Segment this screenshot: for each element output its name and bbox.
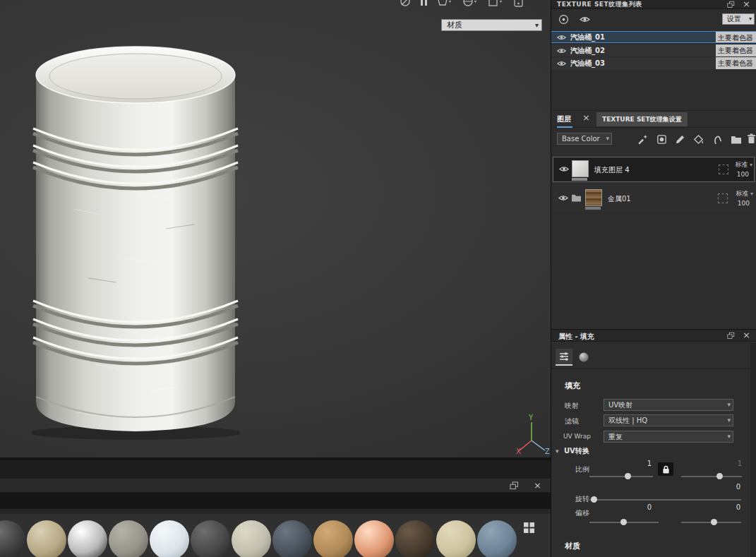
- visibility-eye-icon[interactable]: [559, 165, 569, 173]
- material-sphere[interactable]: [150, 520, 189, 557]
- shading-mode-icon[interactable]: [488, 0, 503, 7]
- texture-set-row[interactable]: 汽油桶_01 主要着色器: [551, 31, 756, 43]
- texture-set-list-header: TEXTURE SET纹理集列表: [551, 0, 756, 9]
- uv-wrap-dropdown[interactable]: 重复: [604, 431, 733, 443]
- add-fill-layer-icon[interactable]: [693, 134, 704, 145]
- material-sphere[interactable]: [436, 520, 476, 557]
- slider-handle[interactable]: [620, 519, 627, 525]
- texture-set-settings-button[interactable]: 设置 ▾: [722, 13, 755, 25]
- offset-y-slider[interactable]: [681, 522, 741, 523]
- solo-view-icon[interactable]: [558, 14, 569, 25]
- texture-set-row[interactable]: 汽油桶_03 主要着色器: [551, 57, 756, 69]
- add-decal-icon[interactable]: [656, 134, 667, 145]
- rotation-slider[interactable]: [589, 499, 741, 501]
- scale-y-value[interactable]: 1: [731, 460, 742, 467]
- material-mode-button[interactable]: [575, 349, 592, 366]
- delete-layer-icon[interactable]: [747, 133, 756, 144]
- oil-drum-model[interactable]: [32, 45, 240, 443]
- axis-y-label: Y: [528, 414, 534, 421]
- viewport-shading-dropdown[interactable]: 材质: [441, 19, 542, 31]
- uv-wrap-label: UV Wrap: [563, 433, 591, 440]
- undock-icon[interactable]: [727, 332, 735, 340]
- opacity-value[interactable]: 100: [737, 171, 749, 178]
- material-sphere[interactable]: [68, 520, 107, 557]
- offset-x-slider[interactable]: [589, 522, 659, 523]
- material-sphere[interactable]: [477, 520, 517, 557]
- pause-icon[interactable]: [421, 0, 427, 6]
- scale-label: 比例: [575, 465, 589, 474]
- offset-x-value[interactable]: 0: [640, 503, 652, 511]
- close-icon[interactable]: [743, 330, 750, 340]
- layer-name[interactable]: 金属01: [608, 194, 631, 204]
- slider-handle[interactable]: [625, 473, 631, 479]
- tab-close-icon[interactable]: [582, 113, 590, 123]
- axis-gizmo[interactable]: Y X Z: [516, 414, 550, 457]
- uv-transform-header[interactable]: UV转换: [564, 446, 589, 456]
- material-sphere[interactable]: [191, 520, 230, 557]
- shader-chip[interactable]: 主要着色器: [716, 57, 756, 69]
- close-icon[interactable]: [534, 481, 541, 491]
- undock-icon[interactable]: [727, 1, 735, 8]
- mapping-dropdown[interactable]: UV映射: [604, 399, 733, 411]
- layer-row[interactable]: 金属01 标准 100: [553, 186, 755, 212]
- scale-x-value[interactable]: 1: [640, 460, 652, 467]
- layer-thumbnail[interactable]: [572, 160, 589, 177]
- viewport-3d[interactable]: 材质: [0, 0, 551, 457]
- add-folder-icon[interactable]: [731, 135, 742, 144]
- scale-lock-button[interactable]: [658, 462, 673, 476]
- material-sphere[interactable]: [232, 520, 271, 557]
- material-sphere[interactable]: [0, 520, 25, 557]
- folder-icon[interactable]: [571, 193, 582, 202]
- tab-texture-set-settings[interactable]: TEXTURE SET纹理集设置: [596, 112, 688, 126]
- add-effect-icon[interactable]: [637, 134, 648, 145]
- undock-icon[interactable]: [510, 481, 519, 490]
- shader-chip[interactable]: 主要着色器: [716, 32, 756, 42]
- scale-y-slider[interactable]: [681, 476, 742, 477]
- layer-row[interactable]: 填充图层 4 标准 100: [553, 157, 755, 182]
- layer-name[interactable]: 填充图层 4: [594, 165, 630, 175]
- visibility-eye-icon[interactable]: [580, 16, 590, 23]
- add-paint-layer-icon[interactable]: [675, 134, 685, 145]
- collapse-chevron-icon[interactable]: [556, 446, 559, 455]
- shader-chip[interactable]: 主要着色器: [716, 44, 756, 56]
- shelf-filter-bar[interactable]: [0, 493, 551, 509]
- mesh-display-mode-icon[interactable]: [462, 0, 478, 7]
- texture-set-row[interactable]: 汽油桶_02 主要着色器: [551, 44, 756, 56]
- shelf-grid-view-icon[interactable]: [523, 522, 535, 534]
- mask-slot[interactable]: [719, 164, 728, 174]
- material-sphere[interactable]: [313, 520, 353, 557]
- material-sphere[interactable]: [109, 520, 148, 557]
- material-sphere[interactable]: [272, 520, 312, 557]
- material-sphere[interactable]: [395, 520, 435, 557]
- slider-handle[interactable]: [716, 473, 723, 479]
- polygon-fill-mode-icon[interactable]: [437, 0, 452, 7]
- mask-slot[interactable]: [718, 193, 728, 203]
- rotation-value[interactable]: 0: [729, 483, 740, 491]
- material-sphere[interactable]: [354, 520, 394, 557]
- tablet-pressure-icon[interactable]: [513, 0, 524, 7]
- offset-y-value[interactable]: 0: [729, 503, 740, 511]
- visibility-eye-icon[interactable]: [558, 194, 568, 202]
- layer-thumbnail[interactable]: [585, 189, 602, 206]
- material-sphere[interactable]: [27, 520, 66, 557]
- add-smart-material-icon[interactable]: [712, 134, 723, 145]
- properties-mode-button[interactable]: [556, 349, 572, 366]
- visibility-eye-icon[interactable]: [557, 47, 566, 54]
- filter-dropdown[interactable]: 双线性 | HQ: [604, 414, 733, 426]
- close-icon[interactable]: [743, 0, 750, 9]
- scale-x-slider[interactable]: [589, 476, 653, 477]
- visibility-eye-icon[interactable]: [557, 34, 566, 41]
- opacity-value[interactable]: 100: [738, 200, 750, 207]
- channel-indicator: [572, 178, 587, 181]
- properties-scrollbar[interactable]: [750, 343, 756, 557]
- app-window: 材质: [0, 0, 756, 557]
- visibility-eye-icon[interactable]: [557, 60, 566, 67]
- slider-handle[interactable]: [591, 496, 597, 503]
- shelf-spacer: [0, 460, 551, 479]
- slider-handle[interactable]: [711, 519, 717, 525]
- blend-mode-dropdown[interactable]: 标准: [735, 160, 752, 169]
- snap-icon[interactable]: [400, 0, 411, 7]
- blend-mode-dropdown[interactable]: 标准: [736, 189, 753, 198]
- channel-dropdown[interactable]: Base Color: [557, 133, 612, 145]
- tab-layers[interactable]: 图层: [557, 114, 572, 128]
